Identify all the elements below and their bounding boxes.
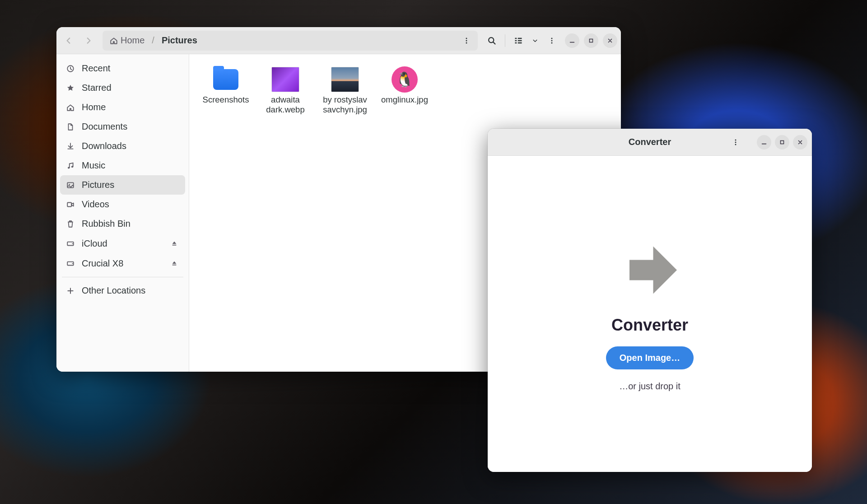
svg-rect-7 [518,40,522,41]
svg-point-16 [71,166,73,168]
svg-rect-4 [515,37,517,39]
image-thumbnail [271,67,299,92]
breadcrumb-separator: / [151,35,155,46]
sidebar-item-label: Recent [82,63,110,74]
file-item-image[interactable]: by rostyslav savchyn.jpg [317,65,373,117]
sidebar-item-label: Documents [82,121,127,132]
drive-icon [65,258,75,268]
vertical-dots-icon [463,37,470,44]
forward-button[interactable] [80,32,97,49]
sidebar-item-label: Crucial X8 [82,258,123,269]
minimize-icon [761,139,767,145]
star-icon [65,83,75,93]
pictures-icon [65,180,75,190]
view-list-button[interactable] [510,32,527,49]
svg-point-11 [551,40,553,41]
maximize-button[interactable] [584,33,598,48]
list-icon [514,36,523,45]
svg-rect-13 [590,39,593,42]
file-item-image[interactable]: adwaita dark.webp [257,65,314,117]
svg-point-24 [735,139,736,140]
svg-rect-5 [518,37,522,39]
image-thumbnail: 🐧 [392,66,418,93]
open-image-button[interactable]: Open Image… [606,346,694,369]
search-button[interactable] [483,32,500,49]
video-icon [65,200,75,210]
breadcrumb-home-label: Home [121,35,144,46]
eject-button[interactable] [169,258,180,269]
clock-icon [65,64,75,74]
close-button[interactable] [793,135,807,149]
breadcrumb-current[interactable]: Pictures [157,33,202,48]
vertical-dots-icon [548,37,555,44]
file-item-image[interactable]: 🐧 omglinux.jpg [376,65,433,117]
arrow-right-large-icon [616,236,684,304]
arrow-right-icon [84,37,93,45]
sidebar-item-starred[interactable]: Starred [60,78,185,98]
svg-point-25 [735,141,736,143]
sidebar-item-other-locations[interactable]: Other Locations [60,281,185,300]
maximize-icon [588,37,594,44]
sidebar-item-documents[interactable]: Documents [60,117,185,136]
eject-button[interactable] [169,238,180,249]
sidebar-item-downloads[interactable]: Downloads [60,136,185,156]
svg-point-23 [72,263,73,264]
vertical-dots-icon [732,139,739,146]
file-label: omglinux.jpg [381,95,428,105]
svg-rect-19 [67,202,71,206]
breadcrumb-home[interactable]: Home [105,33,149,48]
files-headerbar: Home / Pictures [56,27,621,54]
sidebar-item-pictures[interactable]: Pictures [60,175,185,195]
converter-title: Converter [629,137,671,147]
sidebar-item-crucial[interactable]: Crucial X8 [60,253,185,273]
sidebar: Recent Starred Home Documents Downloads … [56,54,189,372]
sidebar-item-label: Music [82,160,105,171]
view-dropdown-button[interactable] [530,32,541,49]
download-icon [65,141,75,151]
divider [505,34,505,47]
sidebar-item-music[interactable]: Music [60,156,185,175]
close-button[interactable] [603,33,617,48]
hamburger-menu-button[interactable] [543,32,560,49]
file-label: adwaita dark.webp [259,95,312,115]
breadcrumb-current-label: Pictures [162,35,197,46]
trash-icon [65,219,75,229]
maximize-button[interactable] [775,135,789,149]
sidebar-item-label: Pictures [82,180,114,190]
file-item-folder[interactable]: Screenshots [197,65,254,117]
converter-menu-button[interactable] [727,134,744,151]
sidebar-item-label: iCloud [82,238,107,249]
back-button[interactable] [60,32,77,49]
minimize-button[interactable] [757,135,771,149]
sidebar-item-home[interactable]: Home [60,98,185,117]
home-icon [65,103,75,112]
chevron-down-icon [532,38,538,43]
converter-heading: Converter [611,316,688,335]
sidebar-item-recent[interactable]: Recent [60,59,185,78]
sidebar-item-videos[interactable]: Videos [60,195,185,214]
svg-point-1 [466,40,467,41]
svg-point-12 [551,42,553,43]
eject-icon [171,240,177,247]
svg-rect-27 [781,140,784,144]
sidebar-item-icloud[interactable]: iCloud [60,233,185,253]
converter-body[interactable]: Converter Open Image… …or just drop it [488,156,812,472]
svg-point-26 [735,144,736,145]
breadcrumb: Home / Pictures [103,31,478,51]
plus-icon [65,286,75,296]
sidebar-item-label: Starred [82,83,112,93]
music-icon [65,161,75,171]
converter-headerbar: Converter [488,129,812,156]
eject-icon [171,260,177,266]
image-thumbnail [331,67,359,92]
document-icon [65,122,75,132]
search-icon [487,36,496,45]
arrow-left-icon [65,37,73,45]
converter-window: Converter Converter Open Image… …or just… [488,129,812,472]
minimize-button[interactable] [565,33,579,48]
maximize-icon [779,139,785,145]
sidebar-item-label: Rubbish Bin [82,219,131,229]
sidebar-separator [62,277,183,277]
sidebar-item-trash[interactable]: Rubbish Bin [60,214,185,233]
path-menu-button[interactable] [458,32,475,49]
